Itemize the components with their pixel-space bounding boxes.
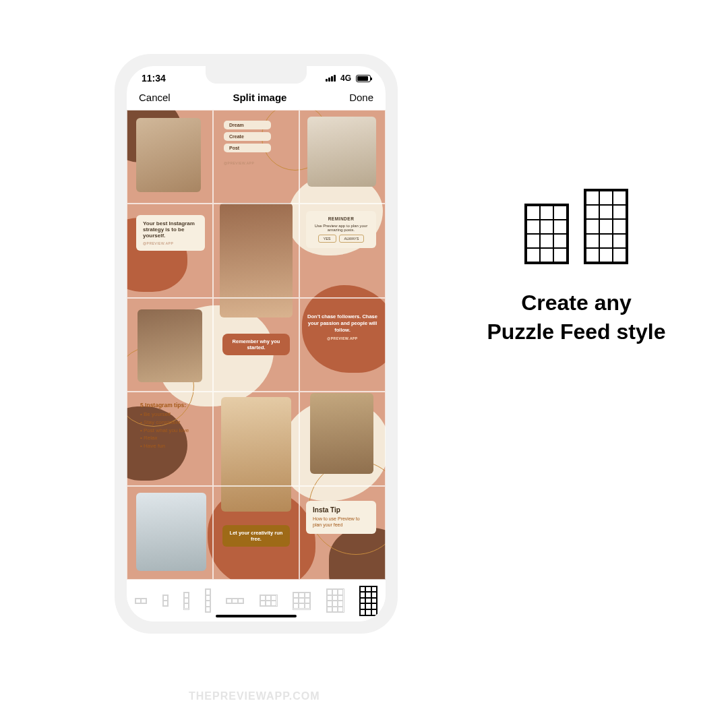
status-time: 11:34 [142, 73, 166, 84]
handle-tag: @PREVIEW.APP [307, 336, 377, 341]
layout-option-3x2[interactable] [260, 595, 278, 607]
chip-stack: Dream Create Post @PREVIEW.APP [224, 121, 271, 167]
quote-bubble: Let your creativity run free. [222, 525, 290, 547]
photo-placeholder [307, 117, 376, 187]
quote-card: Your best Instagram strategy is to be yo… [136, 215, 205, 251]
layout-option-3x5[interactable] [359, 586, 377, 616]
layout-option-1x3[interactable] [183, 592, 189, 610]
layout-option-2x1[interactable] [135, 598, 147, 604]
cancel-button[interactable]: Cancel [139, 92, 171, 103]
photo-placeholder [136, 493, 206, 571]
layout-option-3x1[interactable] [226, 598, 244, 604]
photo-placeholder [220, 203, 293, 317]
chip: Create [224, 132, 271, 141]
reminder-yes: YES [318, 235, 336, 243]
handle-tag: @PREVIEW.APP [143, 241, 198, 245]
done-button[interactable]: Done [349, 92, 373, 103]
tip-card-title: Insta Tip [313, 506, 369, 514]
grid-icon-3x5 [584, 189, 628, 264]
layout-option-3x4[interactable] [326, 588, 344, 613]
nav-bar: Cancel Split image Done [127, 86, 386, 110]
tips-card: 5 Instagram tips: • Be yourself • Stay c… [140, 401, 214, 450]
chip: Post [224, 144, 271, 152]
right-panel: Create any Puzzle Feed style [485, 189, 667, 346]
quote-text: Don't chase followers. Chase your passio… [307, 313, 377, 341]
phone-screen: 11:34 4G Cancel Split image Done [127, 66, 386, 621]
tip-item: • Have fun [140, 442, 214, 450]
home-indicator[interactable] [216, 615, 297, 617]
grid-icons [524, 189, 628, 264]
handle-tag: @PREVIEW.APP [224, 161, 254, 165]
layout-option-1x2[interactable] [162, 595, 169, 607]
photo-placeholder [136, 118, 201, 192]
tip-card-body: How to use Preview to plan your feed [313, 516, 369, 528]
reminder-title: REMINDER [313, 216, 369, 221]
tip-item: • Relax [140, 434, 214, 442]
tip-item: • Be yourself [140, 411, 214, 419]
quote-bubble: Remember why you started. [222, 334, 290, 355]
reminder-card: REMINDER Use Preview app to plan your am… [306, 211, 376, 248]
tip-item: • Stay consistent [140, 419, 214, 427]
photo-placeholder [310, 393, 373, 474]
battery-icon [356, 75, 371, 82]
quote-text: Your best Instagram strategy is to be yo… [143, 220, 195, 239]
watermark: THEPREVIEWAPP.COM [189, 690, 320, 702]
tip-card: Insta Tip How to use Preview to plan you… [306, 501, 376, 534]
tip-item: • Post what you love [140, 427, 214, 435]
layout-option-1x4[interactable] [205, 588, 211, 613]
screen-title: Split image [233, 92, 286, 103]
tagline: Create any Puzzle Feed style [485, 289, 667, 346]
reminder-body: Use Preview app to plan your amazing pos… [313, 224, 369, 232]
photo-placeholder [138, 309, 202, 382]
chip: Dream [224, 121, 271, 129]
puzzle-feed-canvas[interactable]: Dream Create Post @PREVIEW.APP Your best… [127, 110, 386, 580]
tips-title: 5 Instagram tips: [140, 401, 214, 409]
photo-placeholder [221, 397, 291, 512]
network-label: 4G [340, 73, 351, 83]
reminder-always: ALWAYS [339, 235, 365, 243]
phone-frame: 11:34 4G Cancel Split image Done [115, 54, 398, 634]
grid-icon-3x4 [524, 204, 569, 264]
layout-option-3x3[interactable] [293, 592, 311, 610]
signal-icon [326, 75, 336, 82]
phone-notch [206, 66, 307, 84]
